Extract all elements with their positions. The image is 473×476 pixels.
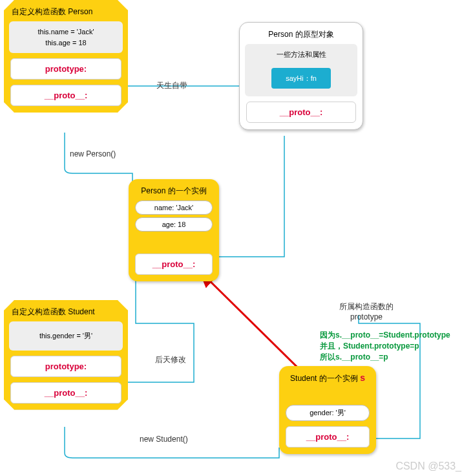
proto-slot: __proto__: <box>10 382 121 404</box>
explain-line: 所以s.__proto__=p <box>320 352 450 363</box>
student-instance-box: Student 的一个实例 s gender: '男' __proto__: <box>279 366 376 454</box>
proto-slot: __proto__: <box>10 85 121 106</box>
proto-slot: __proto__: <box>246 102 356 123</box>
title-text: Student 的一个实例 <box>290 374 360 383</box>
person-ctor-title: 自定义构造函数 Person <box>12 6 120 17</box>
person-ctor-body: this.name = 'Jack' this.age = 18 <box>9 21 123 53</box>
edge-label-belongs: 所属构造函数的 prototype <box>328 301 405 321</box>
student-ctor-title: 自定义构造函数 Student <box>12 307 120 318</box>
method-pill: sayHi：fn <box>271 68 331 89</box>
field-pill: age: 18 <box>135 217 213 232</box>
code-line: this.name = 'Jack' <box>13 27 119 38</box>
student-instance-title: Student 的一个实例 s <box>287 373 368 384</box>
edge-label-modify: 后天修改 <box>155 354 186 365</box>
explanation-text: 因为s.__proto__=Student.prototype 并且，Stude… <box>320 330 450 362</box>
person-proto-inner: 一些方法和属性 sayHi：fn <box>245 44 357 96</box>
person-instance-title: Person 的一个实例 <box>136 186 211 197</box>
edge-label-new-student: new Student() <box>140 435 188 444</box>
person-prototype-box: Person 的原型对象 一些方法和属性 sayHi：fn __proto__: <box>239 22 363 130</box>
student-ctor-body: this.gender = '男' <box>9 321 123 351</box>
instance-letter: s <box>360 373 365 383</box>
student-constructor-box: 自定义构造函数 Student this.gender = '男' protot… <box>4 300 128 410</box>
field-pill: gender: '男' <box>286 405 370 421</box>
explain-line: 因为s.__proto__=Student.prototype <box>320 330 450 341</box>
explain-line: 并且，Student.prototype=p <box>320 341 450 352</box>
belongs-line2: prototype <box>328 312 405 321</box>
edge-label-born: 天生自带 <box>156 80 187 91</box>
person-instance-box: Person 的一个实例 name: 'Jack' age: 18 __prot… <box>129 179 219 281</box>
watermark-text: CSDN @533_ <box>395 460 461 472</box>
code-line: this.age = 18 <box>13 38 119 49</box>
edge-label-new-person: new Person() <box>70 149 116 158</box>
code-line: this.gender = '男' <box>13 330 119 341</box>
person-proto-title: Person 的原型对象 <box>247 29 355 40</box>
proto-slot: __proto__: <box>286 426 370 448</box>
person-constructor-box: 自定义构造函数 Person this.name = 'Jack' this.a… <box>4 0 128 113</box>
prototype-slot: prototype: <box>10 356 121 377</box>
belongs-line1: 所属构造函数的 <box>328 301 405 312</box>
prototype-slot: prototype: <box>10 58 121 80</box>
proto-slot: __proto__: <box>135 254 213 275</box>
field-pill: name: 'Jack' <box>135 200 213 215</box>
subtitle-text: 一些方法和属性 <box>249 49 353 60</box>
